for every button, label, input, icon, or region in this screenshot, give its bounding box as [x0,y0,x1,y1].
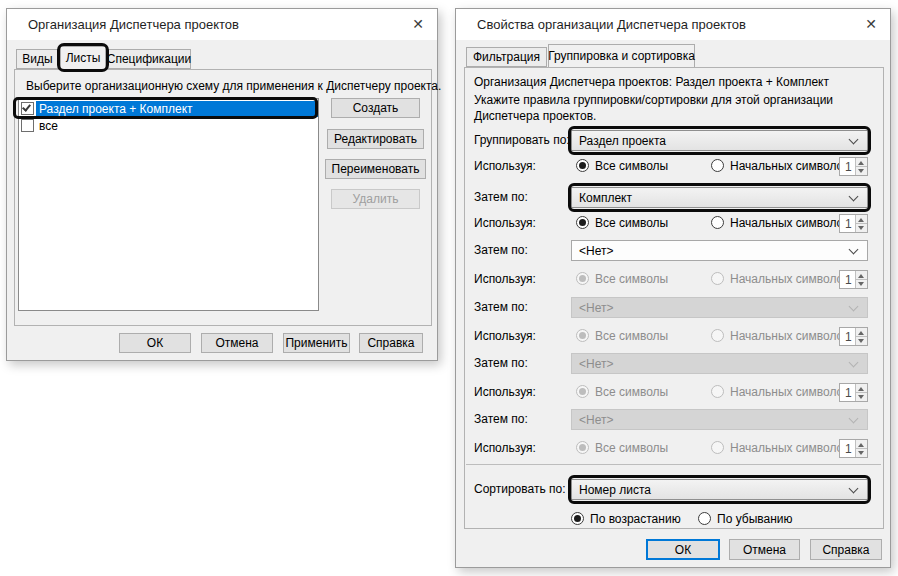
grouping-instruction-text-2: Диспетчера проектов. [474,109,596,123]
all-characters-radio [576,441,589,454]
group-by-label: Группировать по: [474,133,570,147]
then-by-label: Затем по: [474,243,528,257]
chevron-down-icon [849,192,859,202]
then-by-select-2[interactable]: <Нет> [571,240,868,261]
group-by-select[interactable]: Раздел проекта [571,130,868,151]
spinner-down-icon [856,392,867,401]
chevron-down-icon [849,135,859,145]
all-characters-radio [576,272,589,285]
sort-by-label: Сортировать по: [474,482,566,496]
help-button[interactable]: Справка [359,333,423,353]
spinner-down-icon[interactable] [856,166,867,175]
check-icon [22,102,31,111]
titlebar: Свойства организации Диспетчера проектов… [456,9,890,40]
delete-button[interactable]: Удалить [331,189,420,209]
sort-by-select[interactable]: Номер листа [571,479,868,500]
using-row-6: Используя: Все символы Начальных символо… [456,438,890,460]
char-count-spinner[interactable]: 1 [839,214,868,233]
char-count-spinner: 1 [839,439,868,458]
spinner-down-icon [856,336,867,345]
char-count-spinner: 1 [839,327,868,346]
spinner-up-icon[interactable] [856,158,867,166]
tab-grouping-sorting[interactable]: Группировка и сортировка [548,44,695,67]
descending-radio[interactable] [698,512,711,525]
ascending-radio[interactable] [571,512,584,525]
all-characters-radio[interactable] [576,159,589,172]
dialog-title: Свойства организации Диспетчера проектов [477,17,746,32]
then-by-select-3: <Нет> [571,297,868,318]
then-by-row-3: Затем по: <Нет> [456,297,890,319]
using-row-5: Используя: Все символы Начальных символо… [456,382,890,404]
help-button[interactable]: Справка [810,539,882,560]
sort-by-row: Сортировать по: Номер листа [456,479,890,501]
spinner-up-icon [856,328,867,336]
leading-characters-radio [711,272,724,285]
then-by-row-5: Затем по: <Нет> [456,409,890,431]
scheme-checkbox-unchecked[interactable] [21,119,34,132]
spinner-up-icon [856,440,867,448]
using-row-2: Используя: Все символы Начальных символо… [456,213,890,235]
titlebar: Организация Диспетчера проектов ✕ [7,9,437,40]
then-by-select-1[interactable]: Комплект [571,187,868,208]
leading-characters-radio[interactable] [711,159,724,172]
spinner-down-icon [856,279,867,288]
close-icon[interactable]: ✕ [865,15,877,33]
leading-characters-radio [711,385,724,398]
scheme-checkbox-checked[interactable] [21,102,34,115]
then-by-select-5: <Нет> [571,409,868,430]
cancel-button[interactable]: Отмена [201,333,273,353]
leading-characters-radio [711,441,724,454]
all-characters-radio [576,385,589,398]
then-by-label: Затем по: [474,356,528,370]
list-item-scheme-1[interactable]: Раздел проекта + Комплект [19,100,318,117]
leading-characters-radio[interactable] [711,216,724,229]
scheme-listbox[interactable]: Раздел проекта + Комплект все [18,98,319,311]
char-count-spinner[interactable]: 1 [839,157,868,176]
spinner-up-icon[interactable] [856,215,867,223]
instruction-text: Выберите организационную схему для приме… [26,79,441,93]
then-by-row-4: Затем по: <Нет> [456,353,890,375]
browser-organization-properties-dialog: Свойства организации Диспетчера проектов… [455,8,891,568]
cancel-button[interactable]: Отмена [729,539,800,560]
then-by-label: Затем по: [474,412,528,426]
edit-button[interactable]: Редактировать [327,129,424,149]
spinner-up-icon [856,384,867,392]
chevron-down-icon [849,484,859,494]
using-row-1: Используя: Все символы Начальных символо… [456,156,890,178]
char-count-spinner: 1 [839,270,868,289]
rename-button[interactable]: Переименовать [325,159,426,179]
organization-info-text: Организация Диспетчера проектов: Раздел … [474,75,829,89]
then-by-row-2: Затем по: <Нет> [456,240,890,262]
char-count-spinner: 1 [839,383,868,402]
all-characters-radio [576,329,589,342]
all-characters-radio[interactable] [576,216,589,229]
using-row-3: Используя: Все символы Начальных символо… [456,269,890,291]
then-by-label: Затем по: [474,300,528,314]
ok-button[interactable]: ОК [119,333,191,353]
close-icon[interactable]: ✕ [412,15,424,33]
ok-button[interactable]: ОК [646,539,720,560]
spinner-down-icon[interactable] [856,223,867,232]
then-by-label: Затем по: [474,190,528,204]
chevron-down-icon [849,358,859,368]
tab-sheets[interactable]: Листы [60,46,106,69]
tab-filtering[interactable]: Фильтрация [466,47,547,67]
using-row-4: Используя: Все символы Начальных символо… [456,326,890,348]
then-by-select-4: <Нет> [571,353,868,374]
chevron-down-icon [849,414,859,424]
create-button[interactable]: Создать [331,98,420,118]
group-by-row: Группировать по: Раздел проекта [456,130,890,152]
spinner-down-icon [856,448,867,457]
grouping-instruction-text: Укажите правила группировки/сортировки д… [474,93,833,107]
tab-schedules[interactable]: Спецификации [107,49,191,69]
project-browser-organization-dialog: Организация Диспетчера проектов ✕ Виды Л… [6,8,438,361]
then-by-row-1: Затем по: Комплект [456,187,890,209]
chevron-down-icon [849,245,859,255]
list-item-scheme-2[interactable]: все [19,117,318,134]
chevron-down-icon [849,302,859,312]
spinner-up-icon [856,271,867,279]
dialog-title: Организация Диспетчера проектов [28,17,239,32]
apply-button[interactable]: Применить [283,333,350,353]
sort-direction-row: По возрастанию По убыванию [456,509,890,531]
tab-views[interactable]: Виды [16,49,59,69]
